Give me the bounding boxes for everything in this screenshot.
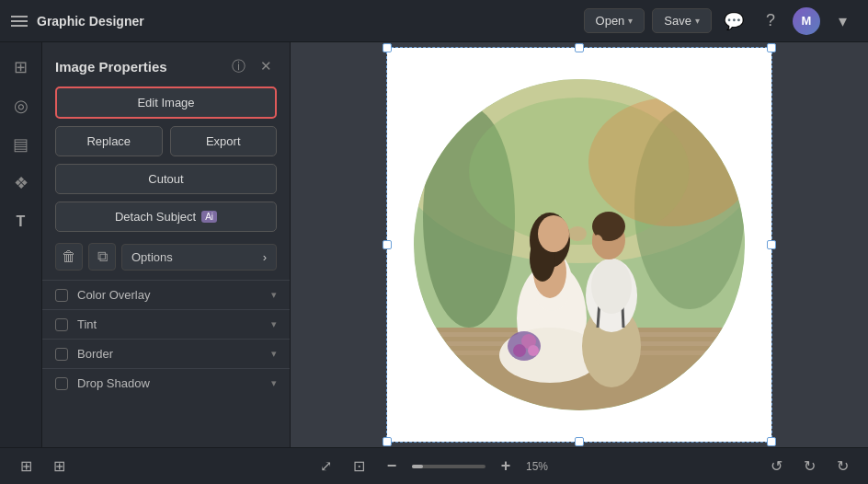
canvas-area[interactable] (291, 42, 868, 447)
zoom-in-icon[interactable]: + (493, 454, 519, 479)
sidebar-item-elements[interactable]: ❖ (6, 167, 37, 199)
svg-point-26 (591, 259, 632, 314)
properties-panel: Image Properties ⓘ ✕ Edit Image Replace … (42, 42, 291, 447)
replace-button[interactable]: Replace (55, 126, 163, 156)
couple-svg (414, 79, 745, 410)
svg-point-21 (528, 345, 539, 356)
svg-point-20 (513, 344, 526, 357)
sidebar-item-layers[interactable]: ⊞ (6, 52, 37, 83)
cutout-button[interactable]: Cutout (55, 164, 277, 194)
ai-badge: Ai (201, 211, 217, 223)
options-chevron-icon: › (263, 250, 267, 264)
main-area: ⊞ ◎ ▤ ❖ T Image Properties ⓘ ✕ Edit Imag… (0, 42, 868, 447)
edit-image-button[interactable]: Edit Image (55, 86, 277, 119)
export-button[interactable]: Export (170, 126, 278, 156)
close-icon[interactable]: ✕ (255, 55, 277, 77)
handle-bottom-right[interactable] (767, 437, 776, 446)
drop-shadow-label: Drop Shadow (77, 376, 262, 390)
panel-title: Image Properties (55, 59, 222, 75)
zoom-slider-fill (412, 465, 423, 468)
handle-middle-left[interactable] (383, 240, 392, 249)
crop-icon[interactable]: ⊡ (346, 454, 371, 479)
trash-icon[interactable]: 🗑 (55, 243, 83, 271)
info-icon[interactable]: ⓘ (227, 55, 249, 77)
account-chevron-icon[interactable]: ▾ (828, 6, 857, 36)
image-container (387, 48, 771, 442)
redo-icon[interactable]: ↻ (796, 454, 822, 479)
zoom-percent: 15% (526, 460, 555, 473)
layers-bottom-icon[interactable]: ⊞ (13, 454, 39, 479)
bottom-left-tools: ⊞ ⊞ (13, 454, 72, 479)
sidebar-item-content[interactable]: ▤ (6, 129, 37, 160)
save-chevron-icon: ▾ (695, 16, 700, 26)
app-title: Graphic Designer (37, 14, 575, 29)
grid-bottom-icon[interactable]: ⊞ (46, 454, 72, 479)
handle-top-left[interactable] (383, 43, 392, 52)
chat-icon[interactable]: 💬 (719, 6, 748, 36)
handle-bottom-left[interactable] (383, 437, 392, 446)
color-overlay-chevron-icon: ▾ (271, 289, 277, 301)
help-icon[interactable]: ? (756, 6, 785, 36)
tint-row[interactable]: Tint ▾ (42, 309, 290, 339)
border-checkbox[interactable] (55, 348, 68, 361)
svg-point-30 (568, 226, 587, 241)
icon-sidebar: ⊞ ◎ ▤ ❖ T (0, 42, 42, 447)
open-button[interactable]: Open ▾ (584, 8, 645, 33)
options-button[interactable]: Options › (121, 244, 277, 271)
handle-top-right[interactable] (767, 43, 776, 52)
canvas-frame[interactable] (386, 47, 772, 443)
fit-screen-icon[interactable]: ⤢ (313, 454, 338, 479)
menu-icon[interactable] (11, 16, 28, 27)
sidebar-item-text[interactable]: T (6, 206, 37, 237)
border-row[interactable]: Border ▾ (42, 339, 290, 368)
color-overlay-label: Color Overlay (77, 288, 262, 302)
bottom-right-tools: ↺ ↻ ↻ (763, 454, 855, 479)
svg-point-29 (592, 235, 603, 251)
color-overlay-checkbox[interactable] (55, 289, 68, 302)
drop-shadow-chevron-icon: ▾ (271, 377, 277, 389)
save-button[interactable]: Save ▾ (652, 8, 712, 33)
zoom-slider[interactable] (412, 465, 485, 468)
avatar[interactable]: M (793, 7, 820, 35)
drop-shadow-checkbox[interactable] (55, 377, 68, 390)
open-chevron-icon: ▾ (628, 16, 633, 26)
history-icon[interactable]: ↻ (829, 454, 855, 479)
color-overlay-row[interactable]: Color Overlay ▾ (42, 280, 290, 309)
duplicate-icon[interactable]: ⧉ (88, 243, 116, 271)
bottom-center-tools: ⤢ ⊡ − + 15% (313, 454, 555, 479)
tint-chevron-icon: ▾ (271, 318, 277, 330)
svg-point-17 (538, 215, 569, 252)
topbar-actions: Open ▾ Save ▾ 💬 ? M ▾ (584, 6, 857, 36)
undo-icon[interactable]: ↺ (763, 454, 789, 479)
handle-top-center[interactable] (575, 43, 584, 52)
panel-header: Image Properties ⓘ ✕ (42, 42, 290, 86)
drop-shadow-row[interactable]: Drop Shadow ▾ (42, 368, 290, 398)
bottom-toolbar: ⊞ ⊞ ⤢ ⊡ − + 15% ↺ ↻ ↻ (0, 447, 868, 484)
topbar: Graphic Designer Open ▾ Save ▾ 💬 ? M ▾ (0, 0, 868, 42)
effects-list: Color Overlay ▾ Tint ▾ Border ▾ Drop Sha… (42, 280, 290, 398)
border-chevron-icon: ▾ (271, 348, 277, 360)
handle-middle-right[interactable] (767, 240, 776, 249)
handle-bottom-center[interactable] (575, 437, 584, 446)
tint-label: Tint (77, 317, 262, 331)
border-label: Border (77, 347, 262, 361)
couple-photo (414, 79, 745, 410)
replace-export-row: Replace Export (55, 126, 277, 156)
detach-subject-button[interactable]: Detach Subject Ai (55, 202, 277, 232)
tint-checkbox[interactable] (55, 318, 68, 331)
zoom-out-icon[interactable]: − (379, 454, 405, 479)
sidebar-item-shapes[interactable]: ◎ (6, 90, 37, 121)
options-row: 🗑 ⧉ Options › (55, 243, 277, 271)
